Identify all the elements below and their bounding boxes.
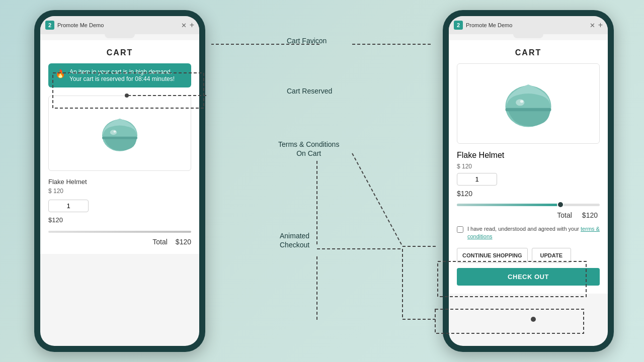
right-total-row: Total $120 xyxy=(457,211,600,219)
left-alert-banner: 🔥 An item in your cart is in high demand… xyxy=(48,63,191,87)
right-phone: 2 Promote Me Demo ✕ + CART Flake Helmet … xyxy=(443,10,614,352)
right-tab-title: Promote Me Demo xyxy=(466,22,587,28)
right-product-image xyxy=(457,63,600,144)
left-cart-content: CART 🔥 An item in your cart is in high d… xyxy=(40,40,199,254)
left-phone: 2 Promote Me Demo ✕ + CART 🔥 An item in … xyxy=(34,10,205,352)
right-product-price: $ 120 xyxy=(457,163,600,170)
right-phone-notch xyxy=(513,34,543,38)
left-total-row: Total $120 xyxy=(48,238,191,246)
left-tab-title: Promote Me Demo xyxy=(57,22,178,28)
left-cart-title: CART xyxy=(48,48,191,57)
left-phone-notch xyxy=(105,34,135,38)
left-product-name: Flake Helmet xyxy=(48,178,191,186)
right-qty-row xyxy=(457,173,600,186)
right-progress-bar[interactable] xyxy=(457,204,600,206)
right-subtotal: $120 xyxy=(457,190,600,198)
right-terms-row: I have read, understood and agreed with … xyxy=(457,225,600,241)
annotation-terms: Terms & Conditions On Cart xyxy=(278,140,339,158)
svg-point-5 xyxy=(516,99,524,106)
right-qty-input[interactable] xyxy=(457,173,497,186)
left-product-image xyxy=(48,96,191,171)
right-tab-new[interactable]: + xyxy=(598,21,603,30)
left-cart-timer: 08:44 xyxy=(135,75,150,82)
left-divider xyxy=(48,231,191,233)
continue-shopping-button[interactable]: CONTINUE SHOPPING xyxy=(457,248,528,263)
svg-point-1 xyxy=(110,130,117,135)
annotation-animated-checkout: Animated Checkout xyxy=(280,231,309,249)
left-browser-bar: 2 Promote Me Demo ✕ + xyxy=(40,16,199,34)
right-product-name: Flake Helmet xyxy=(457,151,600,160)
left-tab-new[interactable]: + xyxy=(190,21,194,30)
svg-point-6 xyxy=(520,100,524,103)
right-progress-thumb xyxy=(557,201,564,208)
left-line-total: $120 xyxy=(48,216,191,224)
annotation-cart-reserved: Cart Reserved xyxy=(287,86,332,96)
left-alert-icon: 🔥 xyxy=(55,69,65,78)
svg-line-13 xyxy=(352,153,403,246)
left-tab-close[interactable]: ✕ xyxy=(181,22,187,29)
annotation-cart-favicon: Cart Favicon xyxy=(287,36,327,45)
left-tab-favicon: 2 xyxy=(45,21,54,30)
right-tab-favicon: 2 xyxy=(454,21,463,30)
update-button[interactable]: UPDATE xyxy=(532,248,571,263)
right-cart-content: CART Flake Helmet $ 120 $120 xyxy=(449,40,608,294)
checkout-button[interactable]: CHECK OUT xyxy=(457,268,600,286)
left-alert-text: An item in your cart is in high demand. … xyxy=(69,68,175,82)
svg-point-2 xyxy=(114,131,116,133)
right-browser-bar: 2 Promote Me Demo ✕ + xyxy=(449,16,608,34)
left-qty-input[interactable] xyxy=(48,200,89,212)
right-cart-title: CART xyxy=(457,48,600,57)
right-terms-checkbox[interactable] xyxy=(457,226,463,233)
right-tab-close[interactable]: ✕ xyxy=(590,22,595,29)
svg-rect-7 xyxy=(506,108,551,112)
svg-rect-3 xyxy=(102,137,137,139)
right-progress-fill xyxy=(457,204,564,206)
left-product-price: $ 120 xyxy=(48,188,191,195)
right-button-row: CONTINUE SHOPPING UPDATE xyxy=(457,248,600,263)
